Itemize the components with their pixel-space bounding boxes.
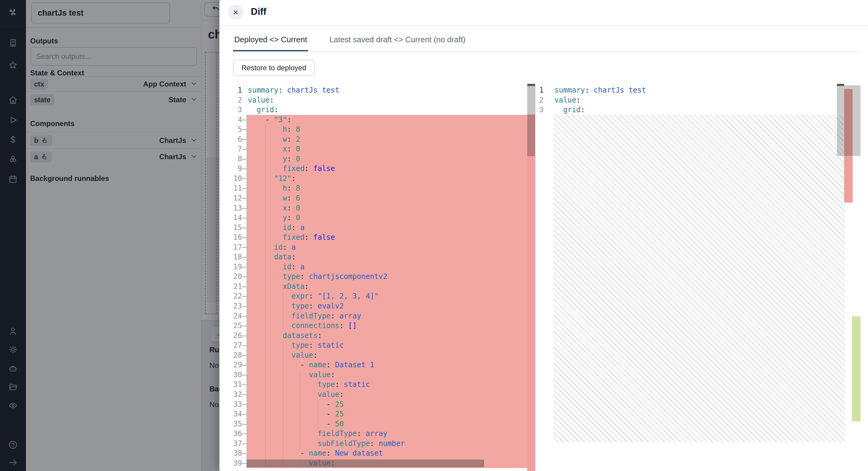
header-divider [219,25,868,26]
line-number: 19– [231,262,247,272]
line-number: 24– [231,311,247,321]
code-text: id: a [247,223,527,233]
line-number: 33– [231,400,247,409]
code-line[interactable]: 20– type: chartjscomponentv2 [231,272,535,282]
line-number: 39– [231,458,247,468]
code-line[interactable]: 28– value: [231,350,535,360]
removed-lines-placeholder [554,114,845,442]
line-number: 2– [536,95,554,105]
line-number: 12– [231,193,247,203]
code-text: x: 0 [247,144,527,154]
code-line[interactable]: 24– fieldType: array [231,311,535,321]
code-line[interactable]: 25– connections: [] [231,321,535,331]
code-text: value: [247,95,527,105]
code-line[interactable]: 35– - 50 [231,419,535,429]
code-line[interactable]: 29– - name: Dataset 1 [231,360,535,370]
diff-pane-modified[interactable]: 1–summary: chartJs test2–value:3– grid: [535,84,868,471]
code-text: id: a [247,262,527,272]
code-line[interactable]: 17– id: a [231,242,535,253]
diff-pane-original[interactable]: 1–summary: chartJs test2–value:3– grid:4… [231,84,535,471]
horizontal-scrollbar[interactable] [247,460,484,467]
code-line[interactable]: 2–value: [231,95,535,105]
modal-backdrop[interactable] [0,0,219,471]
line-number: 14– [231,213,247,223]
line-number: 5– [231,125,247,134]
added-region-marker [852,316,861,421]
code-line[interactable]: 3– grid: [231,105,535,115]
code-text: type: static [247,380,527,390]
code-line[interactable]: 1–summary: chartJs test [231,85,535,95]
code-line[interactable]: 33– - 25 [231,400,535,409]
code-line[interactable]: 30– value: [231,370,535,380]
code-text: fieldType: array [247,429,527,439]
code-line[interactable]: 12– w: 6 [231,193,535,203]
code-text: x: 0 [247,203,527,213]
line-number: 11– [231,183,247,193]
overview-ruler-left[interactable] [527,84,535,471]
close-icon[interactable]: × [228,5,243,20]
code-line[interactable]: 21– xData: [231,282,535,292]
code-text: value: [247,370,527,380]
code-line[interactable]: 1–summary: chartJs test [536,85,868,95]
tab-deployed-current[interactable]: Deployed <> Current [233,29,308,51]
code-text: xData: [247,282,527,292]
code-line[interactable]: 9– fixed: false [231,164,535,174]
code-line[interactable]: 38– - name: New dataset [231,448,535,458]
code-line[interactable]: 3– grid: [536,105,868,115]
code-text: h: 8 [247,183,527,193]
code-line[interactable]: 6– w: 2 [231,134,535,144]
code-text: w: 2 [247,134,527,144]
code-text: value: [554,95,868,105]
code-line[interactable]: 27– type: static [231,340,535,350]
code-line[interactable]: 10– "12": [231,174,535,183]
code-text: y: 0 [247,154,527,164]
tab-draft-current[interactable]: Latest saved draft <> Current (no draft) [328,29,467,51]
code-text: - "3": [247,115,527,125]
code-text: y: 0 [247,213,527,223]
code-line[interactable]: 36– fieldType: array [231,429,535,439]
code-line[interactable]: 32– value: [231,390,535,400]
line-number: 6– [231,134,247,144]
line-number: 18– [231,252,247,262]
scrollbar-slider[interactable] [527,84,535,156]
line-number: 31– [231,380,247,390]
code-line[interactable]: 14– y: 0 [231,213,535,223]
line-number: 3– [231,105,247,115]
code-line[interactable]: 37– subFieldType: number [231,439,535,449]
line-number: 4– [231,115,247,125]
code-line[interactable]: 8– y: 0 [231,154,535,164]
line-number: 27– [231,340,247,350]
code-line[interactable]: 2–value: [536,95,868,105]
code-text: type: chartjscomponentv2 [247,272,527,282]
code-line[interactable]: 18– data: [231,252,535,262]
code-line[interactable]: 13– x: 0 [231,203,535,213]
code-text: data: [247,252,527,262]
line-number: 9– [231,164,247,174]
scrollbar-slider[interactable] [837,85,861,156]
code-line[interactable]: 22– expr: "[1, 2, 3, 4]" [231,291,535,301]
line-number: 13– [231,203,247,213]
restore-to-deployed-button[interactable]: Restore to deployed [233,60,315,76]
code-line[interactable]: 23– type: evalv2 [231,301,535,311]
code-line[interactable]: 19– id: a [231,262,535,272]
diff-modal: × Diff Deployed <> Current Latest saved … [219,0,868,471]
line-number: 38– [231,448,247,458]
code-line[interactable]: 31– type: static [231,380,535,390]
code-text: grid: [554,105,868,115]
line-number: 1– [231,85,247,95]
code-text: - name: New dataset [247,448,527,458]
code-text: connections: [] [247,321,527,331]
line-number: 1– [536,85,554,95]
line-number: 36– [231,429,247,439]
code-line[interactable]: 4– - "3": [231,115,535,125]
code-line[interactable]: 34– - 25 [231,409,535,419]
line-number: 21– [231,282,247,292]
code-line[interactable]: 15– id: a [231,223,535,233]
code-line[interactable]: 11– h: 8 [231,183,535,193]
line-number: 37– [231,439,247,449]
code-text: expr: "[1, 2, 3, 4]" [247,291,527,301]
code-line[interactable]: 5– h: 8 [231,125,535,134]
code-line[interactable]: 16– fixed: false [231,233,535,242]
code-line[interactable]: 26– datasets: [231,331,535,341]
code-line[interactable]: 7– x: 0 [231,144,535,154]
